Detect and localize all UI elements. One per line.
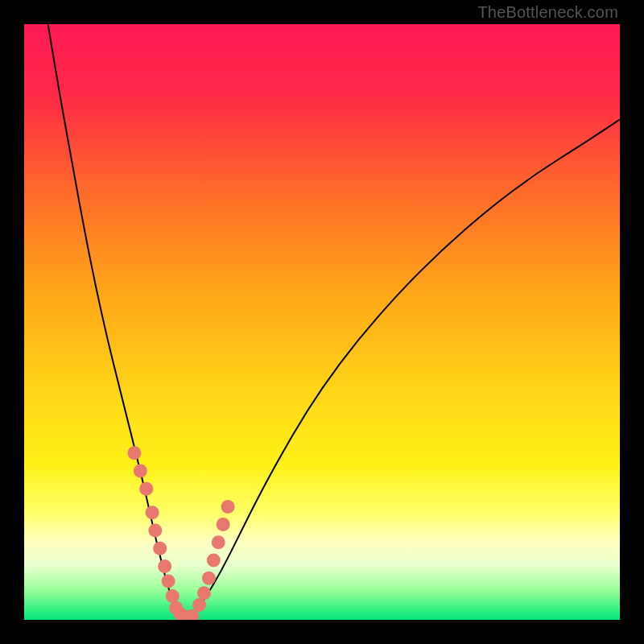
- sample-dot: [221, 500, 235, 514]
- sample-dot: [197, 586, 211, 600]
- sample-dot: [212, 535, 225, 549]
- bottleneck-curve: [48, 24, 620, 619]
- sample-dots: [127, 446, 234, 620]
- sample-dot: [166, 589, 180, 603]
- sample-dot: [134, 464, 147, 478]
- chart-frame: TheBottleneck.com: [0, 0, 644, 644]
- sample-dot: [153, 542, 167, 555]
- sample-dot: [202, 572, 216, 585]
- sample-dot: [127, 446, 141, 460]
- sample-dot: [207, 554, 221, 568]
- sample-dot: [139, 482, 153, 496]
- watermark-text: TheBottleneck.com: [477, 3, 618, 22]
- curve-layer: [24, 24, 620, 620]
- plot-area: [24, 24, 620, 620]
- sample-dot: [146, 506, 159, 519]
- sample-dot: [158, 559, 171, 573]
- sample-dot: [162, 574, 175, 588]
- sample-dot: [192, 598, 206, 612]
- sample-dot: [148, 524, 162, 538]
- sample-dot: [217, 518, 230, 531]
